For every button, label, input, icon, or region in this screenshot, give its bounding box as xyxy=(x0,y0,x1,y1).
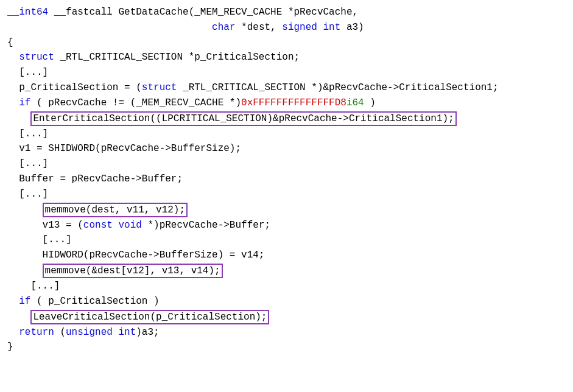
keyword-return: return xyxy=(19,327,54,338)
code-line-8: EnterCriticalSection((LPCRITICAL_SECTION… xyxy=(7,111,568,127)
code-text: ) xyxy=(364,97,376,108)
code-line-18: memmove(&dest[v12], v13, v14); xyxy=(7,263,568,279)
code-indent xyxy=(7,52,19,63)
highlight-memmove-1: memmove(dest, v11, v12); xyxy=(43,203,188,217)
code-text: ( p_CriticalSection ) xyxy=(30,296,159,307)
ellipsis: [...] xyxy=(7,234,72,245)
code-line-5: [...] xyxy=(7,65,568,80)
highlight-leave-critical-section: LeaveCriticalSection(p_CriticalSection); xyxy=(30,310,269,324)
code-text: *dest, xyxy=(235,22,282,33)
highlight-memmove-2: memmove(&dest[v12], v13, v14); xyxy=(43,264,223,278)
code-listing: __int64 __fastcall GetDataCache(_MEM_REC… xyxy=(7,5,568,355)
code-line-23: } xyxy=(7,340,568,355)
num-suffix: i64 xyxy=(346,97,364,108)
code-indent xyxy=(7,97,19,108)
code-line-20: if ( p_CriticalSection ) xyxy=(7,294,568,309)
code-line-17: HIDWORD(pRecvCache->BufferSize) = v14; xyxy=(7,248,568,263)
code-text: ( xyxy=(54,327,66,338)
code-text: _RTL_CRITICAL_SECTION *p_CriticalSection… xyxy=(54,52,300,63)
highlight-enter-critical-section: EnterCriticalSection((LPCRITICAL_SECTION… xyxy=(30,111,456,126)
code-line-22: return (unsigned int)a3; xyxy=(7,325,568,340)
code-indent xyxy=(7,327,19,338)
code-text: HIDWORD(pRecvCache->BufferSize) = v14; xyxy=(7,250,264,261)
code-indent xyxy=(7,265,43,276)
keyword-struct: struct xyxy=(19,52,54,63)
code-line-19: [...] xyxy=(7,279,568,294)
code-text: _RTL_CRITICAL_SECTION *)&pRecvCache->Cri… xyxy=(177,82,498,93)
code-text: )a3; xyxy=(136,327,159,338)
code-line-11: [...] xyxy=(7,156,568,172)
keyword-const-void: const void xyxy=(83,220,142,231)
code-line-16: [...] xyxy=(7,233,568,248)
keyword-if: if xyxy=(19,296,30,307)
code-line-3: { xyxy=(7,35,568,51)
code-line-4: struct _RTL_CRITICAL_SECTION *p_Critical… xyxy=(7,50,568,65)
code-line-7: if ( pRecvCache != (_MEM_RECV_CACHE *)0x… xyxy=(7,96,568,111)
brace: { xyxy=(7,37,13,48)
code-text: Buffer = pRecvCache->Buffer; xyxy=(7,173,183,184)
code-text: a3) xyxy=(340,22,364,33)
brace: } xyxy=(7,341,13,352)
code-line-9: [...] xyxy=(7,127,568,142)
code-indent xyxy=(7,113,30,124)
hex-literal: 0xFFFFFFFFFFFFFFD8 xyxy=(241,97,346,108)
code-line-2: char *dest, signed int a3) xyxy=(7,20,568,35)
code-line-6: p_CriticalSection = (struct _RTL_CRITICA… xyxy=(7,80,568,96)
code-line-14: memmove(dest, v11, v12); xyxy=(7,202,568,218)
ellipsis: [...] xyxy=(7,67,48,78)
code-line-10: v1 = SHIDWORD(pRecvCache->BufferSize); xyxy=(7,141,568,156)
type-keyword: __int64 xyxy=(7,7,48,18)
code-text: ( pRecvCache != (_MEM_RECV_CACHE *) xyxy=(30,97,241,108)
keyword-if: if xyxy=(19,97,30,108)
code-indent xyxy=(7,312,30,323)
code-text: v13 = ( xyxy=(7,220,83,231)
code-text: *)pRecvCache->Buffer; xyxy=(142,220,270,231)
code-indent xyxy=(7,22,212,33)
code-text: v1 = SHIDWORD(pRecvCache->BufferSize); xyxy=(7,143,241,154)
code-indent xyxy=(7,296,19,307)
code-line-15: v13 = (const void *)pRecvCache->Buffer; xyxy=(7,218,568,233)
ellipsis: [...] xyxy=(7,281,60,292)
code-text: p_CriticalSection = ( xyxy=(7,82,142,93)
ellipsis: [...] xyxy=(7,189,48,200)
ellipsis: [...] xyxy=(7,158,48,169)
code-line-21: LeaveCriticalSection(p_CriticalSection); xyxy=(7,309,568,325)
type-keyword: char xyxy=(212,22,235,33)
code-line-12: Buffer = pRecvCache->Buffer; xyxy=(7,172,568,187)
type-keyword: signed int xyxy=(282,22,340,33)
keyword-struct: struct xyxy=(142,82,177,93)
code-line-13: [...] xyxy=(7,187,568,202)
ellipsis: [...] xyxy=(7,128,48,139)
code-text: __fastcall GetDataCache(_MEM_RECV_CACHE … xyxy=(48,7,358,18)
code-line-1: __int64 __fastcall GetDataCache(_MEM_REC… xyxy=(7,5,568,20)
type-keyword: unsigned int xyxy=(66,327,136,338)
code-indent xyxy=(7,205,43,215)
